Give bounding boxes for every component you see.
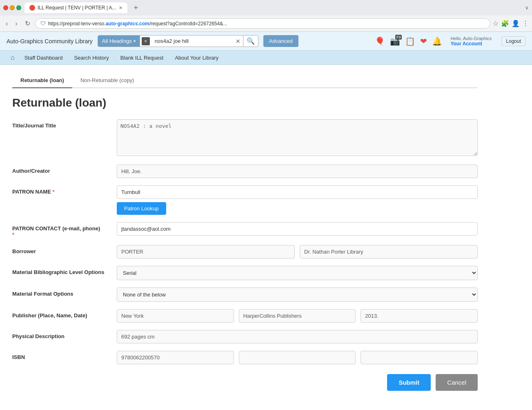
format-control: None of the below Book Journal DVD Other [117,287,478,302]
biblio-level-control: Serial Monograph Article Other [117,266,478,280]
database-icon: ≡ [142,37,150,45]
window-controls [3,5,21,10]
logout-btn[interactable]: Logout [501,36,525,46]
nav-about-your-library[interactable]: About Your Library [169,51,224,64]
search-input[interactable] [151,36,233,47]
isbn-label: ISBN [12,351,110,360]
tab-returnable-label: Returnable (loan) [20,77,64,83]
biblio-level-label: Material Bibliographic Level Options [12,266,110,275]
patron-name-row: PATRON NAME * Patron Lookup [12,185,478,215]
isbn-control [117,351,478,364]
app-logo: Auto-Graphics Community Library [7,38,93,45]
maximize-window-btn[interactable] [16,5,21,10]
bell-icon[interactable]: 🔔 [432,36,442,46]
physical-desc-input [117,330,478,343]
physical-desc-control [117,330,478,343]
account-section: Hello, Auto-Graphics Your Account [450,36,492,47]
security-shield-icon: 🛡 [40,20,46,27]
physical-desc-row: Physical Description [12,330,478,343]
tab-non-returnable[interactable]: Non-Returnable (copy) [72,73,142,88]
extensions-icon[interactable]: 🧩 [501,20,509,27]
patron-lookup-btn[interactable]: Patron Lookup [117,202,166,215]
tab-returnable[interactable]: Returnable (loan) [12,73,72,88]
tab-overflow-btn[interactable]: ∨ [525,5,529,11]
search-bar: All Headings ▾ ≡ ✕ 🔍 [98,35,258,47]
app-header-top: Auto-Graphics Community Library All Head… [0,32,532,50]
address-bar[interactable]: 🛡 https://preprod-tenv-verso.auto-graphi… [35,18,490,29]
author-input[interactable] [117,165,478,178]
patron-name-control: Patron Lookup [117,185,478,215]
profile-icon[interactable]: 👤 [512,20,520,27]
title-textarea[interactable] [117,119,478,156]
browser-toolbar: ‹ › ↻ 🛡 https://preprod-tenv-verso.auto-… [0,16,532,31]
publisher-row: Publisher (Place, Name, Date) [12,309,478,323]
biblio-level-row: Material Bibliographic Level Options Ser… [12,266,478,280]
author-label: Author/Creator [12,165,110,174]
menu-icon[interactable]: ⋮ [522,20,529,27]
biblio-level-select[interactable]: Serial Monograph Article Other [117,266,478,280]
action-buttons: Submit Cancel [12,374,478,399]
isbn-input-2[interactable] [239,351,356,364]
submit-btn[interactable]: Submit [387,374,431,391]
new-tab-btn[interactable]: + [131,4,142,12]
search-clear-btn[interactable]: ✕ [233,36,243,46]
patron-contact-label: PATRON CONTACT (e-mail, phone) * [12,222,110,238]
account-link[interactable]: Your Account [450,41,482,47]
minimize-window-btn[interactable] [10,5,15,10]
title-label: Title/Journal Title [12,119,110,129]
tab-title: ILL Request | TENV | PORTER | A... [38,5,116,11]
balloon-icon[interactable]: 🎈 [375,36,385,46]
app-header: Auto-Graphics Community Library All Head… [0,32,532,65]
search-dropdown-label: All Headings [102,38,132,44]
reload-btn[interactable]: ↻ [22,18,33,29]
patron-name-label: PATRON NAME * [12,185,110,195]
nav-staff-dashboard[interactable]: Staff Dashboard [19,51,69,64]
chevron-down-icon: ▾ [134,39,136,43]
tab-non-returnable-label: Non-Returnable (copy) [80,77,134,83]
borrower-name-input [300,245,478,258]
publisher-control [117,309,478,323]
isbn-input-3[interactable] [361,351,478,364]
active-tab[interactable]: ILL Request | TENV | PORTER | A... ✕ [24,2,127,13]
bookmark-icon[interactable]: ☆ [493,20,499,27]
list-icon[interactable]: 📋 [405,36,415,46]
isbn-row: ISBN [12,351,478,364]
patron-name-required: * [52,189,54,195]
publisher-name-input [239,309,356,323]
nav-home-icon[interactable]: ⌂ [7,51,19,65]
browser-titlebar: ILL Request | TENV | PORTER | A... ✕ + ∨ [0,0,532,16]
author-control [117,165,478,178]
advanced-search-btn[interactable]: Advanced [263,35,298,47]
search-dropdown[interactable]: All Headings ▾ [98,36,140,47]
tab-close-btn[interactable]: ✕ [119,5,122,11]
tab-bar: Returnable (loan) Non-Returnable (copy) [12,73,478,88]
forward-btn[interactable]: › [13,18,20,29]
patron-name-input[interactable] [117,185,478,199]
url-domain: auto-graphics.com [105,21,149,27]
cancel-btn[interactable]: Cancel [436,374,478,391]
isbn-input-1[interactable] [117,351,234,364]
nav-search-history[interactable]: Search History [68,51,114,64]
heart-icon[interactable]: ❤ [420,36,427,46]
borrower-row: Borrower [12,245,478,258]
main-content: Returnable (loan) Non-Returnable (copy) … [0,65,490,407]
format-select[interactable]: None of the below Book Journal DVD Other [117,287,478,302]
publisher-label: Publisher (Place, Name, Date) [12,309,110,319]
header-icons: 🎈 📷 F9 📋 ❤ 🔔 [375,36,442,46]
f9-badge: F9 [395,35,402,40]
publisher-place-input [117,309,234,323]
patron-contact-row: PATRON CONTACT (e-mail, phone) * [12,222,478,238]
format-label: Material Format Options [12,287,110,297]
patron-contact-input[interactable] [117,222,478,236]
hello-text: Hello, Auto-Graphics [450,36,492,41]
search-submit-btn[interactable]: 🔍 [243,36,258,47]
url-display: https://preprod-tenv-verso.auto-graphics… [48,21,485,27]
format-row: Material Format Options None of the belo… [12,287,478,302]
app-nav: ⌂ Staff Dashboard Search History Blank I… [0,50,532,65]
close-window-btn[interactable] [3,5,8,10]
author-row: Author/Creator [12,165,478,178]
borrower-control [117,245,478,258]
tab-favicon [29,5,35,11]
back-btn[interactable]: ‹ [3,18,10,29]
nav-blank-ill-request[interactable]: Blank ILL Request [115,51,169,64]
